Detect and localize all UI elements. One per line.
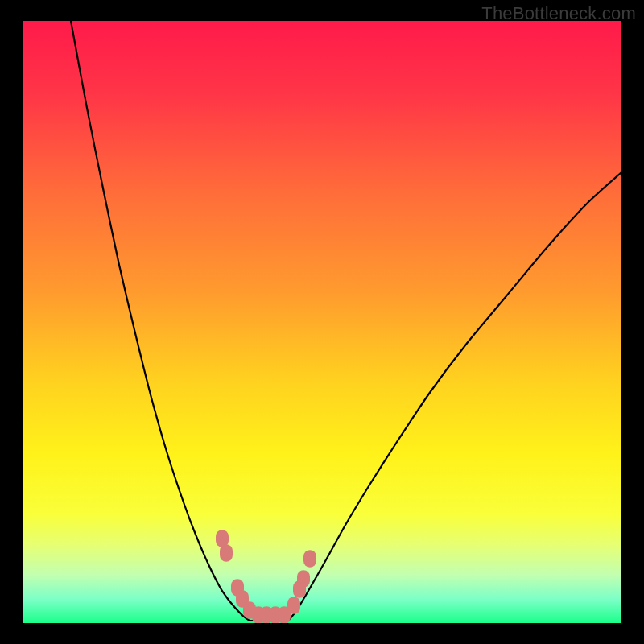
- data-marker: [220, 544, 233, 562]
- data-marker: [297, 570, 310, 588]
- plot-area: [23, 21, 621, 623]
- data-marker: [287, 597, 300, 614]
- data-markers: [23, 21, 621, 623]
- data-marker: [303, 550, 316, 568]
- watermark-text: TheBottleneck.com: [481, 3, 636, 24]
